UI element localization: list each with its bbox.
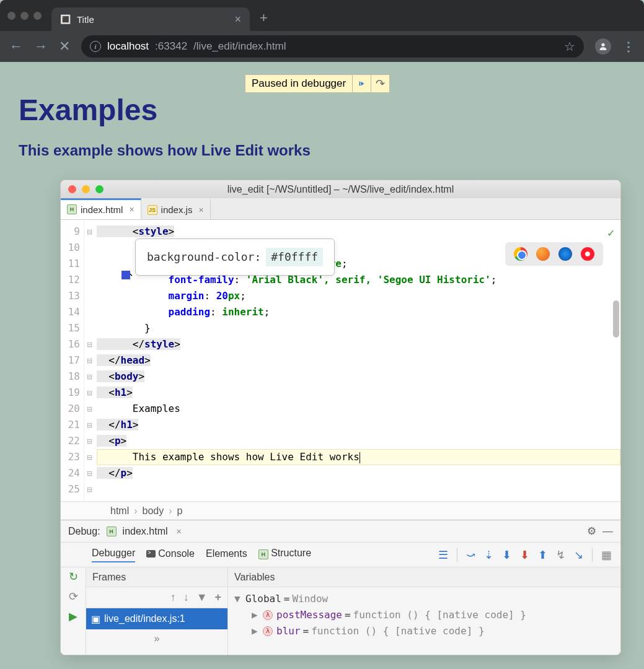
new-tab-button[interactable]: + — [260, 10, 268, 26]
elements-tab[interactable]: Elements — [206, 548, 247, 562]
url-host: localhost — [107, 40, 149, 53]
variables-header: Variables — [228, 567, 620, 587]
step-into-icon[interactable]: ⇣ — [484, 548, 493, 562]
tab-index-js[interactable]: JS index.js × — [141, 198, 211, 219]
browser-tab[interactable]: 🔳 Title × — [51, 7, 250, 31]
console-tab[interactable]: Console — [146, 548, 195, 562]
html-file-icon: H — [67, 204, 77, 214]
debugger-tab[interactable]: Debugger — [92, 548, 135, 562]
lambda-icon: λ — [263, 610, 273, 620]
next-frame-icon[interactable]: ↓ — [183, 591, 189, 604]
profile-button[interactable] — [595, 38, 611, 55]
step-over-button[interactable]: ↷ — [371, 75, 389, 92]
frames-header: Frames — [86, 567, 227, 587]
address-bar: ← → ✕ i localhost:63342/live_edit/index.… — [0, 31, 644, 62]
console-icon — [146, 550, 156, 558]
url-input[interactable]: i localhost:63342/live_edit/index.html ☆ — [81, 35, 584, 58]
minimize-icon[interactable]: — — [602, 525, 613, 538]
step-over-icon[interactable]: ⤻ — [466, 548, 475, 562]
step-out-icon[interactable]: ⬆ — [538, 548, 547, 562]
close-tab-icon[interactable]: × — [234, 13, 241, 26]
url-port: :63342 — [155, 40, 187, 53]
ide-traffic-lights[interactable] — [68, 185, 104, 193]
opera-icon[interactable] — [581, 247, 594, 261]
forward-button[interactable]: → — [34, 38, 48, 55]
structure-tab[interactable]: H Structure — [258, 548, 311, 562]
debug-label: Debug: — [68, 526, 100, 537]
text-caret — [359, 452, 360, 463]
rerun-icon[interactable]: ↻ — [69, 570, 78, 584]
filter-icon[interactable]: ▼ — [196, 591, 208, 604]
js-file-icon: JS — [148, 205, 157, 215]
force-step-icon[interactable]: ⬇ — [502, 548, 511, 562]
back-button[interactable]: ← — [9, 38, 23, 55]
step-into-my-icon[interactable]: ⬇ — [520, 548, 529, 562]
debug-panel: Debug: H index.html × ⚙ — Debugger Conso… — [61, 520, 620, 655]
breadcrumb[interactable]: html› body› p — [61, 501, 620, 520]
stack-frame[interactable]: ▣ live_edit/index.js:1 — [86, 608, 227, 629]
chrome-icon[interactable] — [514, 247, 527, 261]
ide-title-text: live_edit [~/WS/untitled] – ~/WS/live_ed… — [227, 184, 454, 195]
page-title: Examples — [19, 93, 625, 127]
debugger-banner: Paused in debugger ↷ — [245, 74, 390, 93]
drop-frame-icon[interactable]: ↯ — [556, 548, 565, 562]
color-swatch — [121, 271, 130, 279]
prev-frame-icon[interactable]: ↑ — [170, 591, 176, 604]
stop-button[interactable]: ✕ — [59, 38, 70, 55]
browser-tab-bar: 🔳 Title × + — [0, 0, 644, 31]
svg-point-0 — [601, 43, 604, 46]
resume-button[interactable] — [352, 75, 371, 92]
page-subtitle: This example shows how Live Edit works — [19, 142, 625, 159]
code-area[interactable]: <style> re; font-family: 'Arial Black', … — [97, 220, 620, 501]
threads-icon[interactable]: ☰ — [438, 548, 448, 562]
close-icon[interactable]: × — [177, 527, 182, 536]
add-icon[interactable]: + — [214, 591, 221, 604]
site-info-icon[interactable]: i — [90, 41, 101, 52]
firefox-icon[interactable] — [536, 247, 550, 261]
editor-scrollbar[interactable] — [613, 300, 619, 338]
tooltip-value: #f0ffff — [266, 248, 323, 266]
fold-column[interactable]: ⊟ ⊟ ⊟ ⊟ ⊟ ⊟ ⊟ ⊟ ⊟ ⊟ ⊟ — [84, 220, 97, 501]
debug-sidebar: ↻ ⟳ ▶ — [61, 567, 86, 655]
gear-icon[interactable]: ⚙ — [587, 525, 596, 538]
frame-icon: ▣ — [91, 613, 100, 625]
tab-index-html[interactable]: H index.html × — [61, 198, 141, 219]
debugger-banner-text: Paused in debugger — [245, 77, 352, 90]
debug-config[interactable]: index.html — [123, 526, 168, 537]
lambda-icon: λ — [263, 626, 273, 636]
tab-label: index.html — [81, 204, 123, 215]
resume-icon[interactable]: ▶ — [69, 610, 77, 623]
window-traffic-lights — [7, 12, 42, 20]
run-to-cursor-icon[interactable]: ↘ — [574, 548, 583, 562]
color-tooltip: background-color: #f0ffff — [135, 238, 335, 276]
inspection-ok-icon[interactable]: ✓ — [607, 225, 614, 241]
html-file-icon: H — [107, 527, 117, 536]
variables-tree[interactable]: ▼Global = Window ▶λpostMessage = functio… — [228, 587, 620, 643]
close-tab-icon[interactable]: × — [198, 205, 203, 215]
editor-tabs: H index.html × JS index.js × — [61, 198, 620, 220]
ide-titlebar: live_edit [~/WS/untitled] – ~/WS/live_ed… — [61, 180, 620, 198]
browser-preview-icons — [505, 242, 603, 266]
url-path: /live_edit/index.html — [193, 40, 286, 53]
close-tab-icon[interactable]: × — [129, 204, 134, 214]
favicon-icon: 🔳 — [60, 14, 71, 24]
more-frames[interactable]: » — [86, 629, 227, 648]
html-file-icon: H — [258, 549, 268, 559]
browser-menu-icon[interactable]: ⋮ — [622, 39, 635, 54]
tooltip-label: background-color: — [147, 249, 261, 265]
bookmark-icon[interactable]: ☆ — [564, 39, 575, 54]
editor[interactable]: 910111213141516171819202122232425 ⊟ ⊟ ⊟ … — [61, 220, 620, 501]
tab-title: Title — [77, 14, 94, 25]
safari-icon[interactable] — [558, 247, 572, 261]
ide-window: live_edit [~/WS/untitled] – ~/WS/live_ed… — [60, 180, 621, 655]
update-icon[interactable]: ⟳ — [69, 590, 78, 603]
tab-label: index.js — [161, 204, 193, 215]
svg-rect-1 — [359, 82, 361, 86]
evaluate-icon[interactable]: ▦ — [601, 548, 612, 562]
line-gutter: 910111213141516171819202122232425 — [61, 220, 84, 501]
